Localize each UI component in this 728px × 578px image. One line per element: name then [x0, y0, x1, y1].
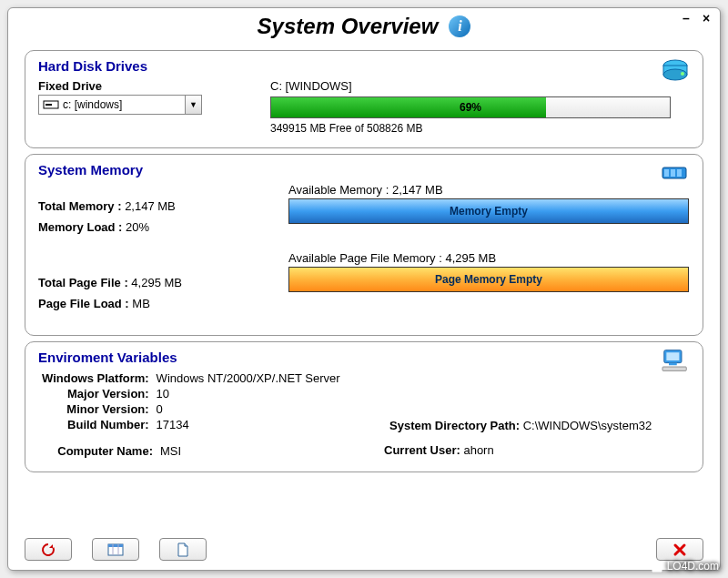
disk-usage-bar: 69%	[270, 96, 671, 118]
page-title: System Overview	[258, 14, 439, 39]
memory-panel-title: System Memory	[38, 162, 690, 177]
build-number-label: Build Number:	[38, 417, 153, 432]
svg-rect-9	[677, 169, 682, 177]
titlebar: System Overview i – ×	[8, 8, 720, 45]
total-memory-value: 2,147 MB	[125, 199, 176, 213]
env-panel-title: Enviroment Variables	[38, 350, 690, 365]
watermark: LO4D.com	[651, 560, 719, 573]
sysdir-value: C:\WINDOWS\system32	[523, 419, 652, 432]
refresh-button[interactable]	[25, 538, 72, 561]
total-memory-label: Total Memory :	[38, 199, 122, 213]
drive-select-value: c: [windows]	[63, 98, 185, 111]
drive-icon	[43, 98, 59, 111]
hdd-panel-title: Hard Disk Drives	[38, 58, 690, 74]
grid-icon	[107, 543, 124, 556]
memory-load-value: 20%	[126, 220, 149, 234]
memory-bar: Memory Empty	[288, 198, 689, 224]
window-controls: – ×	[680, 12, 713, 25]
available-memory-label: Available Memory : 2,147 MB	[288, 183, 690, 197]
details-button[interactable]	[92, 538, 139, 561]
svg-rect-7	[664, 169, 669, 177]
close-button[interactable]: ×	[700, 12, 713, 25]
svg-rect-13	[662, 367, 686, 370]
computer-name-label: Computer Name:	[38, 443, 157, 459]
hard-disk-icon	[661, 56, 690, 82]
platform-label: Windows Platform:	[38, 370, 153, 386]
exit-button[interactable]	[656, 538, 703, 561]
pagefile-load-label: Page File Load :	[38, 297, 129, 310]
platform-value: Windows NT/2000/XP/.NET Server	[153, 370, 344, 386]
minimize-button[interactable]: –	[680, 12, 693, 25]
pagefile-bar-text: Page Memory Empty	[435, 273, 542, 286]
footer-toolbar	[25, 538, 703, 561]
svg-rect-12	[669, 363, 677, 366]
memory-load-label: Memory Load :	[38, 220, 122, 234]
total-pagefile-label: Total Page File :	[38, 276, 128, 289]
refresh-icon	[40, 542, 56, 558]
svg-point-3	[681, 72, 684, 76]
env-panel: Enviroment Variables Windows Platform:Wi…	[25, 341, 703, 472]
build-number-value: 17134	[153, 417, 344, 432]
close-icon	[672, 542, 688, 558]
minor-version-label: Minor Version:	[38, 401, 153, 417]
fixed-drive-label: Fixed Drive	[38, 79, 270, 93]
watermark-text: LO4D.com	[667, 560, 719, 573]
app-window: System Overview i – × Hard Disk Drives F…	[7, 7, 721, 571]
disk-usage-label: 69%	[271, 97, 670, 117]
memory-bar-text: Memory Empty	[450, 205, 528, 218]
disk-stats: 349915 MB Free of 508826 MB	[270, 122, 690, 135]
memory-panel: System Memory Total Memory : 2,147 MB Me…	[25, 154, 703, 336]
hdd-panel: Hard Disk Drives Fixed Drive c: [windows…	[25, 50, 703, 148]
drive-name: C: [WINDOWS]	[270, 79, 690, 93]
info-icon[interactable]: i	[449, 15, 470, 37]
current-user-value: ahorn	[463, 443, 493, 457]
minor-version-value: 0	[153, 401, 344, 417]
current-user-label: Current User:	[384, 443, 460, 457]
total-pagefile-value: 4,295 MB	[131, 276, 182, 289]
new-document-button[interactable]	[159, 538, 207, 561]
svg-rect-11	[666, 352, 679, 360]
svg-rect-15	[108, 544, 123, 547]
major-version-label: Major Version:	[38, 386, 153, 401]
major-version-value: 10	[153, 386, 344, 401]
memory-icon	[661, 160, 690, 186]
svg-rect-8	[671, 169, 675, 177]
computer-name-value: MSI	[157, 443, 185, 459]
pagefile-bar: Page Memory Empty	[288, 267, 689, 292]
drive-select[interactable]: c: [windows] ▼	[38, 95, 202, 115]
chevron-down-icon[interactable]: ▼	[185, 96, 201, 114]
sysdir-label: System Directory Path:	[389, 419, 520, 432]
document-icon	[177, 543, 189, 557]
available-pagefile-label: Available Page File Memory : 4,295 MB	[288, 251, 690, 265]
download-icon	[651, 560, 663, 573]
pagefile-load-value: MB	[132, 297, 150, 310]
computer-icon	[661, 348, 690, 373]
svg-rect-5	[46, 104, 52, 106]
